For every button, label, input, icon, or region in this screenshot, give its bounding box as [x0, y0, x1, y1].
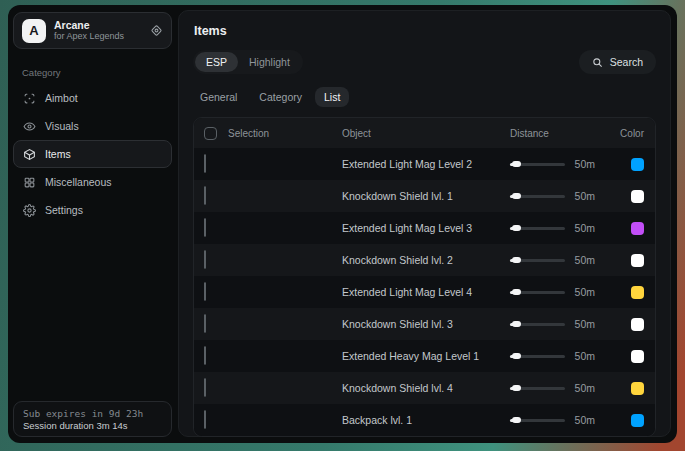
- row-object: Extended Heavy Mag Level 1: [342, 350, 510, 362]
- search-icon: [592, 57, 603, 68]
- row-object: Knockdown Shield lvl. 2: [342, 254, 510, 266]
- distance-slider[interactable]: [510, 350, 565, 362]
- color-swatch[interactable]: [631, 350, 644, 363]
- distance-slider[interactable]: [510, 190, 565, 202]
- main-panel: Items ESP Highlight Search General Categ…: [178, 10, 671, 437]
- row-distance-value: 50m: [575, 254, 595, 266]
- row-object: Knockdown Shield lvl. 1: [342, 190, 510, 202]
- column-header-selection: Selection: [228, 128, 269, 139]
- distance-slider[interactable]: [510, 158, 565, 170]
- color-swatch[interactable]: [631, 286, 644, 299]
- session-duration-text: Session duration 3m 14s: [23, 420, 162, 431]
- slider-thumb[interactable]: [512, 257, 521, 263]
- distance-slider[interactable]: [510, 414, 565, 426]
- color-swatch[interactable]: [631, 414, 644, 427]
- table-row: Knockdown Shield lvl. 2 50m: [194, 244, 655, 276]
- distance-slider[interactable]: [510, 286, 565, 298]
- row-checkbox[interactable]: [204, 314, 206, 333]
- tab-category[interactable]: Category: [250, 87, 311, 107]
- row-checkbox[interactable]: [204, 218, 206, 237]
- table-row: Extended Heavy Mag Level 1 50m: [194, 340, 655, 372]
- target-icon[interactable]: [150, 24, 163, 37]
- sub-expires-text: Sub expires in 9d 23h: [23, 408, 162, 419]
- slider-thumb[interactable]: [512, 193, 521, 199]
- row-object: Extended Light Mag Level 4: [342, 286, 510, 298]
- eye-icon: [23, 120, 36, 133]
- sidebar: A Arcane for Apex Legends Category: [8, 5, 178, 443]
- row-distance-value: 50m: [575, 382, 595, 394]
- color-swatch[interactable]: [631, 318, 644, 331]
- sidebar-item-settings[interactable]: Settings: [13, 196, 172, 224]
- distance-slider[interactable]: [510, 382, 565, 394]
- sidebar-item-items[interactable]: Items: [13, 140, 172, 168]
- controls-row: ESP Highlight Search: [193, 50, 656, 74]
- subscription-info-card: Sub expires in 9d 23h Session duration 3…: [13, 401, 172, 437]
- page-title: Items: [194, 24, 656, 38]
- row-checkbox[interactable]: [204, 282, 206, 301]
- slider-thumb[interactable]: [512, 417, 521, 423]
- category-label: Category: [22, 67, 178, 78]
- color-swatch[interactable]: [631, 222, 644, 235]
- row-checkbox[interactable]: [204, 154, 206, 173]
- color-swatch[interactable]: [631, 254, 644, 267]
- row-checkbox[interactable]: [204, 410, 206, 429]
- tab-general[interactable]: General: [191, 87, 246, 107]
- row-checkbox[interactable]: [204, 378, 206, 397]
- row-checkbox[interactable]: [204, 186, 206, 205]
- distance-slider[interactable]: [510, 254, 565, 266]
- tab-esp[interactable]: ESP: [195, 52, 238, 72]
- table-row: Knockdown Shield lvl. 4 50m: [194, 372, 655, 404]
- table-header: Selection Object Distance Color: [194, 118, 655, 148]
- row-object: Knockdown Shield lvl. 3: [342, 318, 510, 330]
- table-row: Extended Light Mag Level 4 50m: [194, 276, 655, 308]
- row-object: Knockdown Shield lvl. 4: [342, 382, 510, 394]
- tab-list[interactable]: List: [315, 87, 349, 107]
- sidebar-item-visuals[interactable]: Visuals: [13, 112, 172, 140]
- sidebar-item-aimbot[interactable]: Aimbot: [13, 84, 172, 112]
- tab-highlight[interactable]: Highlight: [238, 52, 301, 72]
- app-titles: Arcane for Apex Legends: [54, 19, 142, 41]
- distance-slider[interactable]: [510, 222, 565, 234]
- slider-thumb[interactable]: [512, 321, 521, 327]
- color-swatch[interactable]: [631, 190, 644, 203]
- row-checkbox[interactable]: [204, 346, 206, 365]
- row-checkbox[interactable]: [204, 250, 206, 269]
- sidebar-item-miscellaneous[interactable]: Miscellaneous: [13, 168, 172, 196]
- app-subtitle: for Apex Legends: [54, 31, 142, 41]
- mode-segmented-control: ESP Highlight: [193, 50, 303, 74]
- row-object: Extended Light Mag Level 3: [342, 222, 510, 234]
- color-swatch[interactable]: [631, 158, 644, 171]
- column-header-color: Color: [601, 128, 645, 139]
- table-row: Extended Light Mag Level 2 50m: [194, 148, 655, 180]
- sidebar-item-label: Settings: [45, 204, 83, 216]
- slider-thumb[interactable]: [512, 289, 521, 295]
- slider-thumb[interactable]: [512, 225, 521, 231]
- search-button[interactable]: Search: [579, 50, 656, 74]
- grid-icon: [23, 176, 36, 189]
- row-object: Backpack lvl. 1: [342, 414, 510, 426]
- slider-thumb[interactable]: [512, 353, 521, 359]
- gear-icon: [23, 204, 36, 217]
- slider-thumb[interactable]: [512, 161, 521, 167]
- row-distance-value: 50m: [575, 350, 595, 362]
- table-row: Knockdown Shield lvl. 1 50m: [194, 180, 655, 212]
- color-swatch[interactable]: [631, 382, 644, 395]
- table-body: Extended Light Mag Level 2 50m Knockdown…: [194, 148, 655, 436]
- row-distance-value: 50m: [575, 222, 595, 234]
- table-row: Backpack lvl. 1 50m: [194, 404, 655, 436]
- select-all-checkbox[interactable]: [204, 127, 217, 140]
- sidebar-item-label: Aimbot: [45, 92, 78, 104]
- sidebar-nav: Aimbot Visuals Items: [8, 84, 178, 224]
- app-logo: A: [22, 19, 46, 43]
- search-label: Search: [610, 56, 643, 68]
- row-distance-value: 50m: [575, 286, 595, 298]
- app-window: A Arcane for Apex Legends Category: [8, 5, 677, 443]
- view-tabs: General Category List: [191, 87, 656, 107]
- row-distance-value: 50m: [575, 318, 595, 330]
- sidebar-item-label: Visuals: [45, 120, 79, 132]
- row-distance-value: 50m: [575, 190, 595, 202]
- slider-thumb[interactable]: [512, 385, 521, 391]
- table-row: Knockdown Shield lvl. 3 50m: [194, 308, 655, 340]
- column-header-object: Object: [342, 128, 510, 139]
- distance-slider[interactable]: [510, 318, 565, 330]
